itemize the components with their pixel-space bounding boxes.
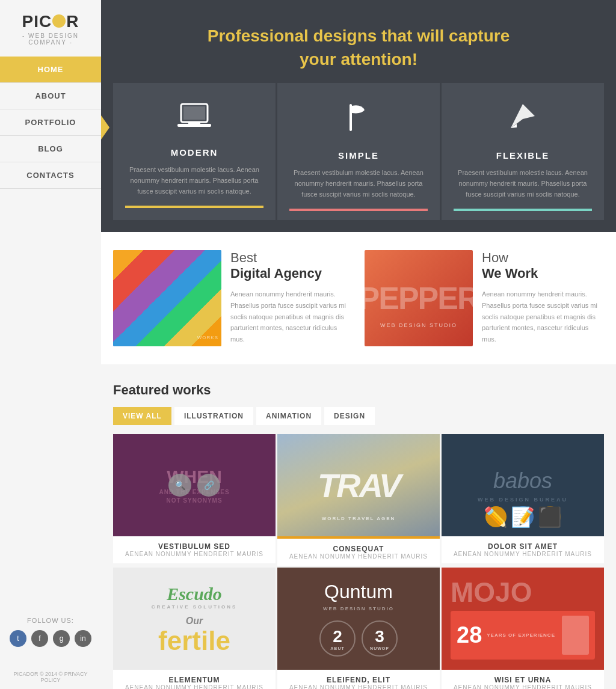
logo: PICR <box>6 12 95 31</box>
linkedin-button[interactable]: in <box>75 630 91 647</box>
feature-modern-text: Praesent vestibulum molestie lacus. Aene… <box>125 165 263 197</box>
pepper-subtitle: WEB DESIGN STUDIO <box>380 322 457 328</box>
google-plus-button[interactable]: g <box>53 630 70 647</box>
work-sub-escudo: AENEAN NONUMMY HENDRERIT MAURIS <box>122 684 266 689</box>
feature-modern: MODERN Praesent vestibulum molestie lacu… <box>113 83 276 220</box>
nav-contacts[interactable]: CONTACTS <box>0 162 101 189</box>
work-thumb-quntum: Quntum WEB DESIGN STUDIO 2 ABUT 3 NUWOP <box>277 568 440 670</box>
featured-section: Featured works VIEW ALL ILLUSTRATION ANI… <box>101 364 616 689</box>
how-title: How <box>482 250 604 266</box>
filter-animation[interactable]: ANIMATION <box>256 407 321 425</box>
svg-rect-4 <box>350 104 352 131</box>
sidebar: PICR - WEB DESIGN COMPANY - HOME ABOUT P… <box>0 0 101 689</box>
twitter-button[interactable]: t <box>10 630 26 647</box>
agency-digital: Digital Agency <box>230 266 353 281</box>
work-thumb-mojo: MOJO 28 YEARS OF EXPERIENCE 🔍 🔗 <box>442 568 604 670</box>
pepper-image: PEPPER WEB DESIGN STUDIO <box>365 250 473 346</box>
agency-desc: Aenean nonummy hendrerit mauris. Phasell… <box>230 289 353 344</box>
feature-modern-title: MODERN <box>125 147 263 158</box>
link-overlay-btn-trav[interactable]: 🔗 <box>362 474 384 497</box>
work-title-quntum: ELEIFEND, ELIT <box>286 676 431 684</box>
feature-simple-title: SIMPLE <box>289 150 428 161</box>
search-overlay-btn-escudo[interactable]: 🔍 <box>168 607 191 630</box>
work-sub-trav: AENEAN NONUMMY HENDRERIT MAURIS <box>286 553 431 560</box>
agency-text: Best Digital Agency Aenean nonummy hendr… <box>230 250 353 346</box>
logo-smiley-icon <box>52 14 66 28</box>
nav-about[interactable]: ABOUT <box>0 83 101 109</box>
work-title-trav: CONSEQUAT <box>286 545 431 553</box>
work-title-when: VESTIBULUM SED <box>122 542 266 551</box>
logo-area: PICR - WEB DESIGN COMPANY - <box>0 0 101 51</box>
feature-flexible-text: Praesent vestibulum molestie lacus. Aene… <box>454 168 592 200</box>
work-item-quntum[interactable]: Quntum WEB DESIGN STUDIO 2 ABUT 3 NUWOP <box>277 568 440 689</box>
work-title-escudo: ELEMENTUM <box>122 676 266 684</box>
search-overlay-btn-babos[interactable]: 🔍 <box>497 474 520 497</box>
work-sub-when: AENEAN NONUMMY HENDRERIT MAURIS <box>122 551 266 557</box>
nav-portfolio[interactable]: PORTFOLIO <box>0 109 101 136</box>
nav-active-arrow <box>101 115 109 139</box>
feature-flexible: FLEXIBLE Praesent vestibulum molestie la… <box>442 83 604 220</box>
agency-image: WORKS <box>113 250 221 346</box>
search-overlay-btn[interactable]: 🔍 <box>168 474 191 497</box>
feature-flexible-bar <box>454 209 592 211</box>
work-item-trav[interactable]: TRAV WORLD TRAVEL AGEN 🔍 🔗 CONSEQUAT AEN… <box>277 434 440 566</box>
work-info-quntum: ELEIFEND, ELIT AENEAN NONUMMY HENDRERIT … <box>277 670 440 689</box>
feature-flexible-title: FLEXIBLE <box>454 150 592 161</box>
work-sub-mojo: AENEAN NONUMMY HENDRERIT MAURIS <box>451 684 595 689</box>
agency-left: WORKS Best Digital Agency Aenean nonummy… <box>113 250 353 346</box>
search-overlay-btn-quntum[interactable]: 🔍 <box>333 607 356 630</box>
work-overlay-when: 🔍 🔗 <box>113 434 276 536</box>
hero-title: Professional designs that will captureyo… <box>113 24 604 71</box>
plane-icon <box>454 101 592 141</box>
search-overlay-btn-mojo[interactable]: 🔍 <box>497 607 520 630</box>
logo-subtitle: - WEB DESIGN COMPANY - <box>6 32 95 46</box>
link-overlay-btn-mojo[interactable]: 🔗 <box>526 607 549 630</box>
work-thumb-babos: babos WEB DESIGN BUREAU ✏️ 📝 ⬛ 🔍 🔗 <box>442 434 604 536</box>
work-thumb-trav: TRAV WORLD TRAVEL AGEN 🔍 🔗 <box>277 434 440 536</box>
filter-illustration[interactable]: ILLUSTRATION <box>174 407 253 425</box>
work-title-babos: DOLOR SIT AMET <box>451 542 595 551</box>
filter-buttons: VIEW ALL ILLUSTRATION ANIMATION DESIGN <box>113 407 604 425</box>
svg-rect-1 <box>183 106 205 120</box>
work-info-escudo: ELEMENTUM AENEAN NONUMMY HENDRERIT MAURI… <box>113 670 276 689</box>
how-right: PEPPER WEB DESIGN STUDIO How We Work Aen… <box>365 250 604 346</box>
work-info-babos: DOLOR SIT AMET AENEAN NONUMMY HENDRERIT … <box>442 536 604 563</box>
filter-design[interactable]: DESIGN <box>324 407 375 425</box>
feature-simple: SIMPLE Praesent vestibulum molestie lacu… <box>277 83 440 220</box>
work-thumb-escudo: Escudo CREATIVE SOLUTIONS Our fertile 🔍 … <box>113 568 276 670</box>
logo-text-part1: PIC <box>22 12 52 31</box>
link-overlay-btn[interactable]: 🔗 <box>197 474 220 497</box>
follow-label: FOLLOW US: <box>10 617 91 624</box>
link-overlay-btn-quntum[interactable]: 🔗 <box>362 607 384 630</box>
laptop-icon <box>125 101 263 138</box>
featured-title: Featured works <box>113 382 604 398</box>
flag-icon <box>289 101 428 141</box>
work-title-mojo: WISI ET URNA <box>451 676 595 684</box>
pepper-text-overlay: PEPPER <box>365 280 473 316</box>
facebook-button[interactable]: f <box>31 630 48 647</box>
main-content: Professional designs that will captureyo… <box>101 0 616 689</box>
features-row: MODERN Praesent vestibulum molestie lacu… <box>101 83 616 232</box>
svg-rect-3 <box>188 122 200 124</box>
follow-section: FOLLOW US: t f g in <box>10 605 91 659</box>
nav-blog[interactable]: BLOG <box>0 136 101 162</box>
nav-home[interactable]: HOME <box>0 57 101 83</box>
work-info-trav: CONSEQUAT AENEAN NONUMMY HENDRERIT MAURI… <box>277 539 440 566</box>
agency-section: WORKS Best Digital Agency Aenean nonummy… <box>101 232 616 364</box>
link-overlay-btn-babos[interactable]: 🔗 <box>526 474 549 497</box>
feature-simple-text: Praesent vestibulum molestie lacus. Aene… <box>289 168 428 200</box>
social-icons: t f g in <box>10 630 91 647</box>
work-sub-babos: AENEAN NONUMMY HENDRERIT MAURIS <box>451 551 595 557</box>
how-work: We Work <box>482 266 604 281</box>
search-overlay-btn-trav[interactable]: 🔍 <box>333 474 356 497</box>
work-info-mojo: WISI ET URNA AENEAN NONUMMY HENDRERIT MA… <box>442 670 604 689</box>
work-item-babos[interactable]: babos WEB DESIGN BUREAU ✏️ 📝 ⬛ 🔍 🔗 DOLOR… <box>442 434 604 566</box>
work-sub-quntum: AENEAN NONUMMY HENDRERIT MAURIS <box>286 684 431 689</box>
work-item-mojo[interactable]: MOJO 28 YEARS OF EXPERIENCE 🔍 🔗 WISI <box>442 568 604 689</box>
main-nav: HOME ABOUT PORTFOLIO BLOG CONTACTS <box>0 57 101 189</box>
work-item-escudo[interactable]: Escudo CREATIVE SOLUTIONS Our fertile 🔍 … <box>113 568 276 689</box>
work-item-when[interactable]: WHEN AND THE EXPENSES NOT SYNONYMS 🔍 🔗 V… <box>113 434 276 566</box>
filter-view-all[interactable]: VIEW ALL <box>113 407 171 425</box>
hero-section: Professional designs that will captureyo… <box>101 0 616 83</box>
link-overlay-btn-escudo[interactable]: 🔗 <box>197 607 220 630</box>
